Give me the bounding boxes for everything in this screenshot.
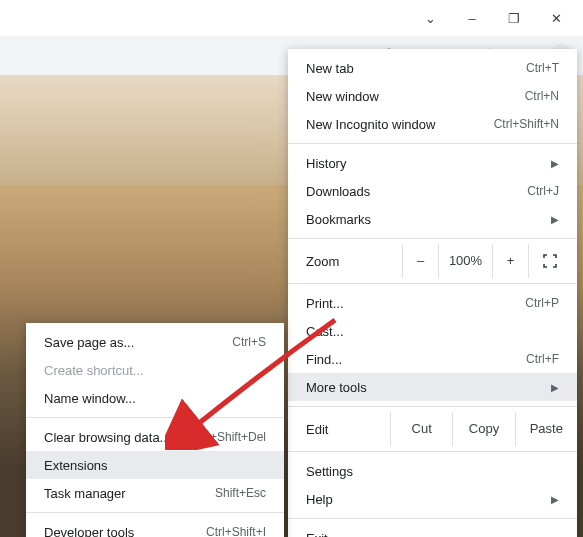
- chevron-right-icon: ▶: [551, 382, 559, 393]
- submenu-save-page[interactable]: Save page as...Ctrl+S: [26, 328, 284, 356]
- more-tools-submenu: Save page as...Ctrl+S Create shortcut...…: [26, 323, 284, 537]
- menu-more-tools[interactable]: More tools▶: [288, 373, 577, 401]
- menu-exit[interactable]: Exit: [288, 524, 577, 537]
- separator: [288, 406, 577, 407]
- paste-button[interactable]: Paste: [515, 412, 577, 446]
- minimize-button[interactable]: –: [465, 11, 479, 25]
- restore-button[interactable]: ❐: [507, 11, 521, 25]
- menu-bookmarks[interactable]: Bookmarks▶: [288, 205, 577, 233]
- separator: [26, 417, 284, 418]
- zoom-label: Zoom: [306, 254, 402, 269]
- menu-new-window[interactable]: New windowCtrl+N: [288, 82, 577, 110]
- cut-button[interactable]: Cut: [390, 412, 452, 446]
- separator: [26, 512, 284, 513]
- chevron-right-icon: ▶: [551, 494, 559, 505]
- edit-label: Edit: [306, 422, 390, 437]
- fullscreen-button[interactable]: [529, 244, 571, 278]
- copy-button[interactable]: Copy: [452, 412, 514, 446]
- chevron-right-icon: ▶: [551, 158, 559, 169]
- submenu-task-manager[interactable]: Task managerShift+Esc: [26, 479, 284, 507]
- separator: [288, 283, 577, 284]
- menu-new-tab[interactable]: New tabCtrl+T: [288, 54, 577, 82]
- separator: [288, 238, 577, 239]
- submenu-dev-tools[interactable]: Developer toolsCtrl+Shift+I: [26, 518, 284, 537]
- submenu-create-shortcut: Create shortcut...: [26, 356, 284, 384]
- menu-edit-row: Edit Cut Copy Paste: [288, 412, 577, 446]
- separator: [288, 143, 577, 144]
- menu-zoom-row: Zoom – 100% +: [288, 244, 577, 278]
- submenu-extensions[interactable]: Extensions: [26, 451, 284, 479]
- menu-help[interactable]: Help▶: [288, 485, 577, 513]
- zoom-in-button[interactable]: +: [493, 244, 529, 278]
- zoom-out-button[interactable]: –: [403, 244, 439, 278]
- separator: [288, 451, 577, 452]
- submenu-name-window[interactable]: Name window...: [26, 384, 284, 412]
- menu-settings[interactable]: Settings: [288, 457, 577, 485]
- main-menu: New tabCtrl+T New windowCtrl+N New Incog…: [288, 49, 577, 537]
- submenu-clear-data[interactable]: Clear browsing data...Ctrl+Shift+Del: [26, 423, 284, 451]
- window-titlebar: ⌄ – ❐ ✕: [0, 0, 583, 36]
- zoom-level: 100%: [439, 244, 493, 278]
- menu-find[interactable]: Find...Ctrl+F: [288, 345, 577, 373]
- close-button[interactable]: ✕: [549, 11, 563, 25]
- menu-cast[interactable]: Cast...: [288, 317, 577, 345]
- menu-history[interactable]: History▶: [288, 149, 577, 177]
- menu-downloads[interactable]: DownloadsCtrl+J: [288, 177, 577, 205]
- menu-print[interactable]: Print...Ctrl+P: [288, 289, 577, 317]
- tabs-dropdown-icon[interactable]: ⌄: [423, 11, 437, 25]
- menu-incognito[interactable]: New Incognito windowCtrl+Shift+N: [288, 110, 577, 138]
- separator: [288, 518, 577, 519]
- chevron-right-icon: ▶: [551, 214, 559, 225]
